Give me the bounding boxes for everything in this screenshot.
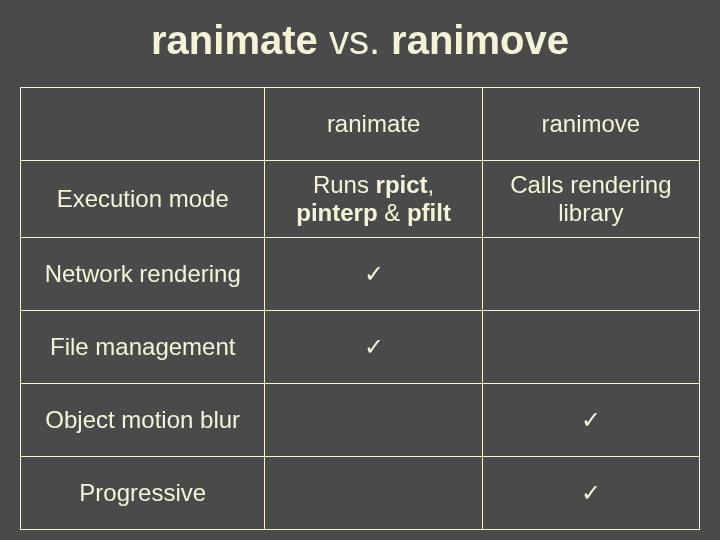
header-col1: ranimate [265, 88, 482, 161]
text: Runs [313, 171, 376, 198]
cell-check: ✓ [482, 457, 699, 530]
header-blank [21, 88, 265, 161]
cell-check: ✓ [482, 384, 699, 457]
text-bold: pfilt [407, 199, 451, 226]
header-col2: ranimove [482, 88, 699, 161]
table-row: Network rendering ✓ [21, 238, 700, 311]
cell-check: ✓ [265, 311, 482, 384]
cell-execution-ranimate: Runs rpict, pinterp & pfilt [265, 161, 482, 238]
text: & [378, 199, 407, 226]
title-vs: vs. [318, 18, 391, 62]
slide: ranimate vs. ranimove ranimate ranimove … [0, 0, 720, 540]
row-label: Progressive [21, 457, 265, 530]
table-row: Progressive ✓ [21, 457, 700, 530]
cell-check [482, 311, 699, 384]
text-bold: pinterp [296, 199, 377, 226]
cell-check [265, 384, 482, 457]
cell-execution-ranimove: Calls rendering library [482, 161, 699, 238]
row-label: Network rendering [21, 238, 265, 311]
text-bold: rpict [376, 171, 428, 198]
table-row: File management ✓ [21, 311, 700, 384]
title-part-b: ranimove [391, 18, 569, 62]
row-label: File management [21, 311, 265, 384]
row-label: Object motion blur [21, 384, 265, 457]
row-label: Execution mode [21, 161, 265, 238]
cell-check [482, 238, 699, 311]
text: , [428, 171, 435, 198]
slide-title: ranimate vs. ranimove [0, 0, 720, 87]
table-row: Object motion blur ✓ [21, 384, 700, 457]
cell-check: ✓ [265, 238, 482, 311]
table-header-row: ranimate ranimove [21, 88, 700, 161]
table-row: Execution mode Runs rpict, pinterp & pfi… [21, 161, 700, 238]
title-part-a: ranimate [151, 18, 318, 62]
comparison-table: ranimate ranimove Execution mode Runs rp… [20, 87, 700, 530]
cell-check [265, 457, 482, 530]
